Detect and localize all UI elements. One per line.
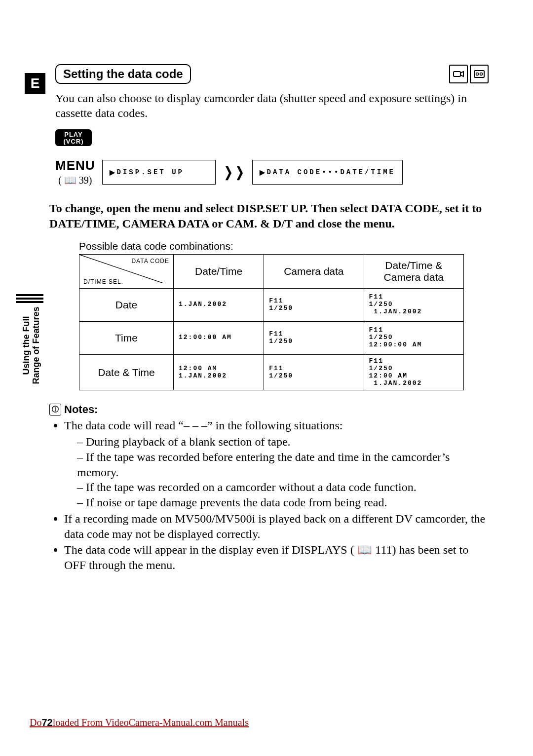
note-text: The data code will appear in the display… (64, 543, 357, 556)
corner-bottom-label: D/TIME SEL. (83, 278, 123, 285)
notes-icon: ⓘ (49, 404, 61, 416)
instruction-text: To change, open the menu and select DISP… (49, 201, 489, 231)
note-sub-item: If the tape was recorded before entering… (77, 450, 489, 480)
note-sub-item: If the tape was recorded on a camcorder … (77, 480, 489, 495)
notes-list: The data code will read “– – –” in the f… (49, 418, 489, 572)
language-tab: E (25, 73, 45, 94)
book-icon: 📖 (357, 543, 376, 556)
note-item: The data code will appear in the display… (64, 542, 489, 572)
row-header: Date & Time (79, 354, 174, 390)
download-source-text: Do72loaded From VideoCamera-Manual.com M… (30, 717, 249, 728)
notes-heading: Notes: (64, 403, 98, 416)
cell-value: F11 1/250 12:00 AM 1.JAN.2002 (369, 358, 458, 387)
svg-rect-0 (454, 72, 460, 76)
table-row: Date 1.JAN.2002 F11 1/250 F11 1/250 1.JA… (79, 288, 464, 321)
menu-page-ref: ( 📖 39) (55, 174, 95, 186)
table-row: Date & Time 12:00 AM 1.JAN.2002 F11 1/25… (79, 354, 464, 390)
menu-left-text: DISP.SET UP (117, 168, 184, 176)
cell-value: F11 1/250 (269, 365, 358, 380)
menu-path-left: ▶ DISP.SET UP (102, 160, 216, 185)
row-header: Time (79, 321, 174, 354)
table-row: Time 12:00:00 AM F11 1/250 F11 1/250 12:… (79, 321, 464, 354)
cell-value: F11 1/250 (269, 331, 358, 345)
camera-icon (449, 65, 468, 83)
intro-text: You can also choose to display camcorder… (55, 91, 489, 120)
note-item: The data code will read “– – –” in the f… (64, 419, 343, 432)
table-caption: Possible data code combinations: (79, 240, 489, 252)
col-header: Date/Time (174, 254, 264, 288)
corner-top-label: DATA CODE (131, 258, 169, 265)
page-footer: Do72loaded From VideoCamera-Manual.com M… (30, 717, 249, 728)
arrow-icon: ❭❭ (223, 164, 245, 180)
table-corner-cell: DATA CODE D/TIME SEL. (79, 254, 174, 288)
col-header: Camera data (264, 254, 364, 288)
svg-point-2 (476, 73, 479, 76)
cell-value: F11 1/250 12:00:00 AM (369, 327, 458, 349)
menu-path-right: ▶ DATA CODE•••DATE/TIME (252, 160, 403, 185)
page-ref: 111 (375, 543, 392, 556)
section-side-label: Using the Full Range of Features (22, 296, 41, 395)
note-sub-item: During playback of a blank section of ta… (77, 434, 489, 450)
page-number: 72 (41, 717, 52, 728)
mode-icons (449, 65, 489, 83)
menu-right-text: DATA CODE•••DATE/TIME (267, 168, 395, 176)
section-heading: Setting the data code (55, 64, 191, 84)
cell-value: 1.JAN.2002 (179, 301, 259, 308)
cassette-icon (470, 65, 489, 83)
triangle-icon: ▶ (260, 168, 265, 176)
cell-value: 12:00 AM 1.JAN.2002 (179, 365, 259, 380)
col-header: Date/Time & Camera data (364, 254, 463, 288)
cell-value: F11 1/250 (269, 298, 358, 312)
note-sub-item: If noise or tape damage prevents the dat… (77, 495, 489, 510)
menu-label: MENU (55, 158, 95, 173)
data-code-table: DATA CODE D/TIME SEL. Date/Time Camera d… (79, 254, 464, 391)
cell-value: 12:00:00 AM (179, 334, 259, 341)
cell-value: F11 1/250 1.JAN.2002 (369, 294, 458, 316)
note-item: If a recording made on MV500/MV500i is p… (64, 511, 489, 541)
play-badge-line2: (VCR) (56, 138, 91, 145)
triangle-icon: ▶ (110, 168, 115, 176)
row-header: Date (79, 288, 174, 321)
play-badge-line1: PLAY (56, 131, 91, 138)
svg-point-3 (480, 73, 483, 76)
play-vcr-badge: PLAY (VCR) (55, 129, 92, 146)
